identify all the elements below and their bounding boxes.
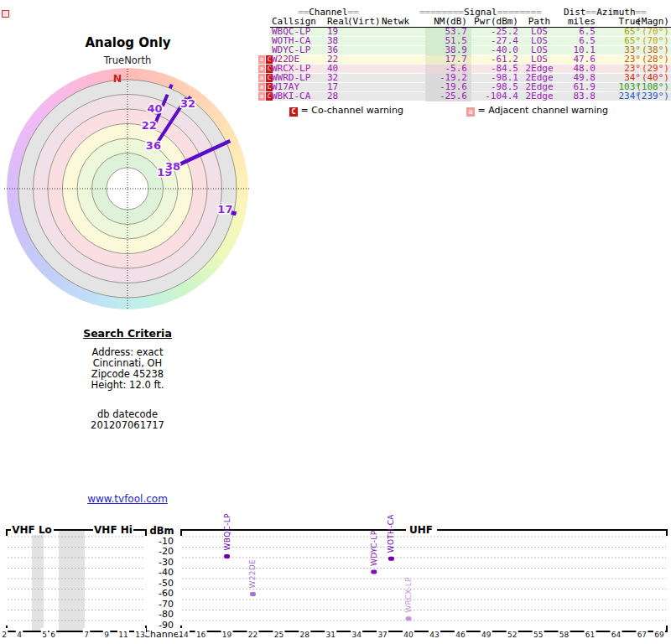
svg-text:61: 61 <box>585 631 595 639</box>
cell-real-channel: 28 <box>327 92 338 101</box>
cell-pwr-dbm: -104.4 <box>485 92 518 101</box>
svg-text:WOTH-CA: WOTH-CA <box>387 514 395 553</box>
table-column-header: miles <box>568 18 596 26</box>
svg-text:22: 22 <box>248 631 257 639</box>
svg-text:17: 17 <box>217 203 232 216</box>
table-row: aCWBKI-CA28-25.6-104.42Edge83.8234°(239°… <box>270 92 671 101</box>
svg-text:WDYC-LP: WDYC-LP <box>370 530 378 566</box>
svg-text:19: 19 <box>222 631 232 639</box>
svg-text:69: 69 <box>654 631 664 639</box>
svg-text:31: 31 <box>326 631 336 639</box>
svg-text:40: 40 <box>148 102 163 115</box>
table-column-header: Callsign <box>272 18 316 26</box>
svg-text:25: 25 <box>274 631 283 639</box>
svg-text:WRCX-LP: WRCX-LP <box>404 577 413 613</box>
table-column-header: (Magn) <box>636 18 669 26</box>
svg-text:49: 49 <box>481 631 492 639</box>
svg-text:W22DE: W22DE <box>248 559 257 588</box>
svg-text:52: 52 <box>507 631 517 639</box>
svg-text:36: 36 <box>146 139 161 152</box>
true-north-label: TrueNorth <box>77 55 178 66</box>
svg-text:58: 58 <box>559 631 570 639</box>
svg-text:-70: -70 <box>159 599 174 610</box>
adjacent-channel-warning-icon: a <box>258 92 265 101</box>
svg-text:Channel: Channel <box>143 629 181 640</box>
svg-text:5: 5 <box>42 631 47 639</box>
svg-text:13: 13 <box>135 631 144 639</box>
svg-text:-10: -10 <box>159 536 174 547</box>
svg-text:WBQC-LP: WBQC-LP <box>223 513 231 551</box>
db-datecode-value: 201207061717 <box>60 420 195 431</box>
svg-text:-60: -60 <box>159 588 174 599</box>
co-channel-legend-text: = Co-channel warning <box>301 105 403 116</box>
svg-text:64: 64 <box>611 631 622 639</box>
svg-text:40: 40 <box>403 631 414 639</box>
adjacent-channel-warning-icon: a <box>258 83 265 91</box>
svg-text:43: 43 <box>429 631 439 639</box>
svg-text:37: 37 <box>377 631 387 639</box>
svg-text:2: 2 <box>2 631 7 639</box>
svg-text:55: 55 <box>533 631 543 639</box>
adjacent-channel-warning-icon: a <box>258 65 265 73</box>
svg-text:34: 34 <box>351 631 362 639</box>
svg-text:14: 14 <box>179 631 189 639</box>
cell-azimuth-magn: (239°) <box>636 92 669 101</box>
svg-text:-40: -40 <box>159 567 174 578</box>
search-height: Height: 12.0 ft. <box>60 380 195 391</box>
svg-text:6: 6 <box>50 631 55 639</box>
svg-text:16: 16 <box>196 631 206 639</box>
table-column-header: Real <box>327 18 350 26</box>
table-column-header: (Virt) <box>347 18 381 26</box>
svg-text:67: 67 <box>637 631 647 639</box>
cell-nm-db: -25.6 <box>440 92 467 101</box>
co-channel-warning-icon: C <box>289 107 298 117</box>
search-criteria-title: Search Criteria <box>60 327 195 340</box>
adjacent-channel-legend-text: = Adjacent channel warning <box>478 105 609 116</box>
table-column-header: Path <box>528 18 551 26</box>
svg-text:-30: -30 <box>159 557 174 568</box>
svg-text:VHF Hi: VHF Hi <box>94 524 133 536</box>
tvfool-link[interactable]: www.tvfool.com <box>60 493 195 505</box>
north-marker: N <box>109 72 126 85</box>
svg-text:UHF: UHF <box>409 524 433 536</box>
search-criteria-block: Search Criteria Address: exact Cincinnat… <box>60 327 195 431</box>
svg-text:22: 22 <box>142 119 157 132</box>
svg-text:-20: -20 <box>159 546 174 557</box>
db-datecode-block: db datecode 201207061717 <box>60 409 195 431</box>
svg-text:7: 7 <box>84 631 89 639</box>
cell-callsign: WBKI-CA <box>272 92 310 101</box>
svg-text:9: 9 <box>104 631 109 639</box>
svg-text:VHF Lo: VHF Lo <box>12 524 52 536</box>
svg-text:4: 4 <box>17 631 22 639</box>
adjacent-channel-legend: a = Adjacent channel warning <box>466 105 608 117</box>
cell-path: 2Edge <box>525 92 553 101</box>
adjacent-channel-warning-icon: a <box>466 107 475 117</box>
table-column-header: Netwk <box>382 18 409 26</box>
svg-text:11: 11 <box>118 631 127 639</box>
svg-text:-50: -50 <box>159 578 174 589</box>
cell-miles: 83.8 <box>574 92 596 101</box>
svg-text:46: 46 <box>455 631 466 639</box>
adjacent-channel-warning-icon: a <box>258 55 265 64</box>
polar-title: Analog Only <box>50 35 205 50</box>
svg-text:28: 28 <box>300 631 310 639</box>
adjacent-channel-warning-icon: a <box>258 74 265 82</box>
svg-text:32: 32 <box>180 97 195 110</box>
tvfool-report-page: 40223236193817VHF LoVHF HiUHFdBm-10-20-3… <box>0 0 671 644</box>
table-column-header: Pwr(dBm) <box>474 18 518 26</box>
co-channel-legend: C = Co-channel warning <box>289 105 403 117</box>
table-column-header: NM(dB) <box>434 18 467 26</box>
svg-text:-80: -80 <box>159 609 174 620</box>
svg-text:38: 38 <box>165 160 180 173</box>
